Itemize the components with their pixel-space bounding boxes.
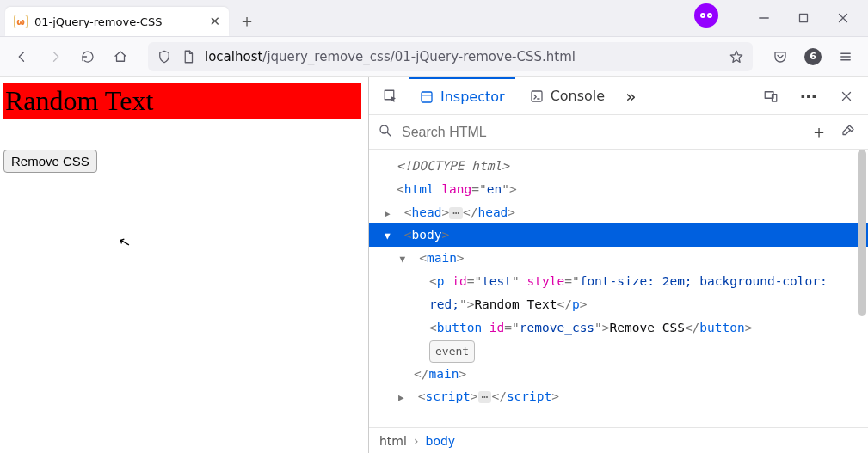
app-menu-icon[interactable] [832, 43, 859, 70]
search-html-input[interactable] [400, 124, 801, 141]
tabs-overflow-icon[interactable]: » [619, 77, 643, 114]
extension-icon[interactable] [694, 3, 718, 28]
bookmark-star-icon[interactable] [729, 49, 744, 64]
svg-point-17 [380, 125, 388, 133]
title-bar: ω 01-jQuery-remove-CSS ✕ ＋ [0, 0, 868, 37]
url-host: localhost [205, 49, 262, 64]
scrollbar[interactable] [858, 150, 866, 316]
address-bar[interactable]: localhost/jquery_remove_css/01-jQuery-re… [148, 42, 753, 71]
cursor-icon: ↖ [117, 233, 132, 252]
svg-rect-11 [532, 91, 542, 101]
search-icon [378, 123, 393, 142]
breadcrumb-body[interactable]: body [426, 434, 456, 448]
devtools-tabs: Inspector Console » ⋯ [369, 77, 868, 115]
page-viewport: Random Text Remove CSS ↖ [0, 77, 368, 453]
browser-tab[interactable]: ω 01-jQuery-remove-CSS ✕ [5, 7, 229, 36]
responsive-design-icon[interactable] [756, 89, 785, 104]
xampp-favicon-icon: ω [14, 15, 28, 28]
devtools-close-icon[interactable] [832, 89, 861, 104]
doctype-node[interactable]: <!DOCTYPE html> [397, 159, 509, 173]
devtools-search-bar: ＋ [369, 115, 868, 150]
svg-marker-4 [730, 51, 742, 62]
devtools-menu-icon[interactable]: ⋯ [794, 86, 823, 107]
tab-inspector[interactable]: Inspector [409, 77, 515, 114]
document-icon [181, 49, 196, 64]
pocket-icon[interactable] [766, 43, 794, 70]
tab-title: 01-jQuery-remove-CSS [34, 15, 202, 28]
svg-line-18 [387, 132, 391, 136]
element-picker-icon[interactable] [376, 77, 405, 114]
head-node[interactable]: ▶ <head>⋯</head> [369, 201, 868, 224]
new-tab-button[interactable]: ＋ [234, 8, 260, 34]
tab-console-label: Console [551, 88, 606, 104]
tab-inspector-label: Inspector [440, 89, 505, 105]
dom-tree[interactable]: <!DOCTYPE html> <html lang="en"> ▶ <head… [369, 150, 868, 427]
add-node-icon[interactable]: ＋ [808, 120, 830, 144]
eyedropper-icon[interactable] [837, 122, 859, 143]
script-node[interactable]: ▶ <script>⋯</script> [369, 385, 868, 408]
content-area: Random Text Remove CSS ↖ Inspector Conso… [0, 77, 868, 453]
forward-button[interactable] [41, 43, 69, 70]
close-tab-icon[interactable]: ✕ [209, 14, 220, 29]
url-path: /jquery_remove_css/01-jQuery-remove-CSS.… [262, 49, 576, 64]
shield-icon [157, 49, 172, 64]
breadcrumb: html › body [369, 427, 868, 453]
minimize-button[interactable] [744, 0, 784, 36]
random-text-paragraph: Random Text [3, 83, 361, 119]
back-button[interactable] [9, 43, 36, 70]
remove-css-button[interactable]: Remove CSS [3, 150, 97, 173]
body-node[interactable]: ▼ <body> [369, 223, 868, 247]
breadcrumb-html[interactable]: html [379, 434, 407, 448]
home-button[interactable] [107, 43, 134, 70]
tab-console[interactable]: Console [519, 77, 616, 114]
reload-button[interactable] [74, 43, 102, 70]
main-node[interactable]: ▼ <main> [369, 247, 868, 270]
url-text: localhost/jquery_remove_css/01-jQuery-re… [205, 49, 576, 64]
devtools-panel: Inspector Console » ⋯ ＋ [368, 77, 868, 453]
chevron-right-icon: › [414, 434, 419, 448]
button-node[interactable]: <button id="remove_css">Remove CSS</butt… [369, 316, 868, 340]
html-node[interactable]: <html lang="en"> [369, 178, 868, 201]
account-icon[interactable]: 6 [799, 43, 827, 70]
p-node[interactable]: <p id="test" style="font-size: 2em; back… [369, 270, 868, 316]
svg-rect-1 [800, 15, 808, 22]
svg-rect-9 [422, 92, 432, 102]
event-badge[interactable]: event [369, 340, 868, 363]
maximize-button[interactable] [784, 0, 823, 36]
main-close-node[interactable]: </main> [369, 363, 868, 386]
close-window-button[interactable] [823, 0, 863, 36]
nav-toolbar: localhost/jquery_remove_css/01-jQuery-re… [0, 37, 868, 77]
window-controls [694, 0, 863, 36]
